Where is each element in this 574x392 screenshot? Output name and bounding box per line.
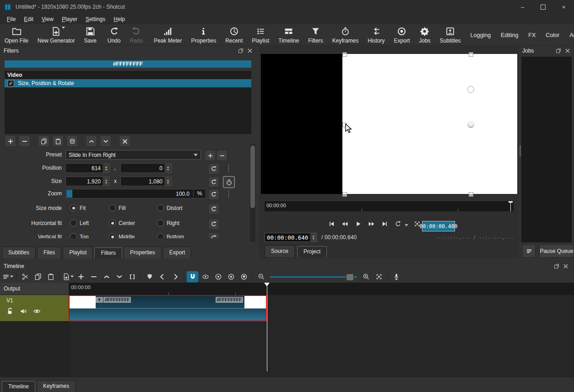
menu-edit[interactable]: Edit [20,15,38,24]
menu-view[interactable]: View [38,15,58,24]
toolbar-button-subtitles[interactable]: Subtitles [435,24,466,44]
toolbar-button-recent[interactable]: Recent [221,24,247,44]
video-content-rect[interactable] [342,54,517,194]
toolbar-button-open-file[interactable]: Open File [0,24,33,44]
maximize-button-icon[interactable] [533,0,553,14]
radio-vertical-fit-top[interactable]: Top [70,233,88,238]
toolbar-button-history[interactable]: History [363,24,389,44]
jobs-grip[interactable]: •••••• [518,145,522,157]
toolbar-button-filters[interactable]: Filters [303,24,328,44]
scrub-while-dragging-button[interactable] [200,271,211,282]
toolbar-button-new-generator[interactable]: New Generator [33,24,79,44]
timeline-ruler[interactable]: 00:00:00 [69,283,574,295]
jobs-menu-button[interactable] [522,244,536,258]
toolbar-button-export[interactable]: Export [390,24,415,44]
filters-scrollbar[interactable] [250,144,255,242]
size-mode-reset-button[interactable] [208,204,219,215]
toolbar-button-timeline[interactable]: Timeline [274,24,303,44]
preset-delete-button[interactable] [217,150,227,161]
filter-row-size-position-rotate[interactable]: ✓ Size, Position & Rotate [5,79,251,87]
radio-size-mode-fit[interactable]: Fit [70,204,86,211]
play-button[interactable] [352,219,363,229]
lock-icon[interactable] [6,307,14,315]
timeline-tab-timeline[interactable]: Timeline [2,381,35,392]
ripple-delete-button[interactable] [88,271,99,282]
minimize-button-icon[interactable]: – [512,0,533,14]
horizontal-splitter[interactable] [0,258,574,262]
layout-button-logging[interactable]: Logging [466,30,496,40]
pause-queue-button[interactable]: Pause Queue [539,244,574,258]
copy-filter-button[interactable] [38,135,49,147]
zoom-slider[interactable]: 100.0 % [65,189,206,199]
radio-size-mode-distort[interactable]: Distort [157,204,183,211]
record-audio-button[interactable] [390,271,402,282]
horizontal-fit-reset-button[interactable] [208,219,219,230]
video-track-header-v1[interactable]: V1 [0,295,69,322]
player-playhead[interactable] [510,201,511,211]
vui-handle-bottom-center[interactable] [469,192,473,197]
layout-button-color[interactable]: Color [541,30,564,40]
timeline-zoom-slider-handle[interactable] [346,274,354,281]
float-panel-icon[interactable] [554,263,559,269]
dock-tab-properties[interactable]: Properties [124,247,162,258]
fast-forward-button[interactable] [366,219,377,229]
layout-button-audio[interactable]: Audio [564,30,574,40]
timeline-zoom-slider[interactable] [270,271,357,282]
vui-handle-top-left[interactable] [342,52,347,57]
filter-enabled-checkbox[interactable]: ✓ [7,80,14,87]
radio-vertical-fit-bottom[interactable]: Bottom [157,233,184,238]
size-keyframes-button[interactable] [223,176,235,188]
player-tab-project[interactable]: Project [297,246,327,257]
close-panel-icon[interactable] [563,263,569,269]
float-panel-icon[interactable] [556,48,561,54]
ripple-markers-button[interactable] [238,271,249,282]
vui-center-handle[interactable] [467,121,474,128]
radio-vertical-fit-middle[interactable]: Middle [109,233,135,238]
dock-tab-subtitles[interactable]: Subtitles [2,247,36,258]
move-down-filter-button[interactable] [100,135,111,147]
paste-filter-button[interactable] [52,135,64,147]
current-position-field[interactable]: 00:00:00.640▲▼ [265,233,317,242]
radio-horizontal-fit-right[interactable]: Right [157,220,179,226]
menu-player[interactable]: Player [58,15,81,24]
float-panel-icon[interactable] [238,48,244,54]
lift-button[interactable] [101,271,112,282]
deselect-filter-button[interactable] [119,135,130,147]
vui-handle-top-center[interactable] [469,52,473,57]
zoom-slider-handle[interactable] [66,190,72,198]
vertical-fit-reset-button[interactable] [208,232,219,238]
loop-button[interactable] [392,219,403,229]
toolbar-button-peak-meter[interactable]: Peak Meter [149,24,186,44]
vui-rotation-handle[interactable] [467,86,474,93]
radio-horizontal-fit-center[interactable]: Center [109,220,135,226]
dock-tab-export[interactable]: Export [163,247,192,258]
layout-button-fx[interactable]: FX [523,30,541,40]
next-marker-button[interactable] [169,271,181,282]
remove-filter-button[interactable] [19,135,30,147]
zoom-reset-button[interactable] [208,189,219,200]
timeline-playhead[interactable] [267,283,267,371]
radio-horizontal-fit-left[interactable]: Left [70,220,89,226]
skip-previous-button[interactable] [326,219,337,229]
add-files-button[interactable] [62,271,74,282]
caret-down-icon[interactable] [405,222,408,228]
toolbar-button-save[interactable]: Save [79,24,101,44]
paste-button[interactable] [45,271,56,282]
toolbar-button-properties[interactable]: Properties [187,24,221,44]
toolbar-button-redo[interactable]: Redo [125,24,147,44]
copy-button[interactable] [32,271,43,282]
toolbar-button-undo[interactable]: Undo [103,24,125,44]
close-button-icon[interactable]: × [553,0,574,14]
marker-button[interactable] [144,271,155,282]
zoom-out-button[interactable] [255,271,267,282]
position-y-field[interactable]: 0▲▼ [120,163,172,173]
zoom-fit-button[interactable] [373,271,384,282]
radio-size-mode-fill[interactable]: Fill [109,204,125,211]
timeline-menu-button[interactable] [2,271,13,282]
prev-marker-button[interactable] [157,271,168,282]
filters-scrollbar-thumb[interactable] [250,145,255,208]
move-up-filter-button[interactable] [86,135,97,147]
size-reset-button[interactable] [208,177,219,188]
output-track-header[interactable]: Output [0,283,69,295]
save-filter-set-filter-button[interactable] [66,135,78,147]
